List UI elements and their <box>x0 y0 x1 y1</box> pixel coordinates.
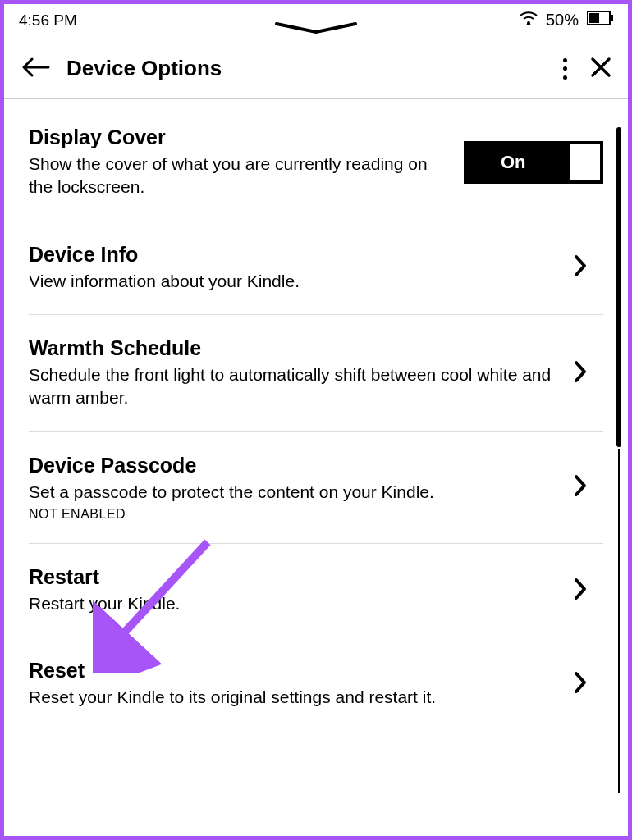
toggle-label: On <box>501 152 526 173</box>
display-cover-toggle[interactable]: On <box>464 141 603 184</box>
chevron-right-icon <box>574 254 603 281</box>
drag-handle-icon[interactable] <box>275 19 357 38</box>
scrollbar-track[interactable] <box>618 449 620 793</box>
setting-title: Device Passcode <box>29 454 561 477</box>
toggle-knob <box>570 144 600 180</box>
setting-title: Reset <box>29 659 561 682</box>
battery-percent: 50% <box>546 11 579 30</box>
setting-device-passcode[interactable]: Device Passcode Set a passcode to protec… <box>29 432 603 544</box>
setting-warmth-schedule[interactable]: Warmth Schedule Schedule the front light… <box>29 315 603 432</box>
chevron-right-icon <box>574 474 603 500</box>
setting-desc: Set a passcode to protect the content on… <box>29 481 561 504</box>
status-time: 4:56 PM <box>19 11 77 30</box>
page-title: Device Options <box>66 56 546 81</box>
setting-title: Display Cover <box>29 126 451 149</box>
wifi-icon <box>520 11 538 30</box>
battery-icon <box>587 11 613 30</box>
setting-title: Device Info <box>29 243 561 267</box>
status-bar: 4:56 PM 50% <box>4 4 628 33</box>
setting-restart[interactable]: Restart Restart your Kindle. <box>29 544 603 637</box>
svg-rect-3 <box>611 15 613 21</box>
svg-rect-2 <box>589 13 599 23</box>
setting-reset[interactable]: Reset Reset your Kindle to its original … <box>29 637 603 730</box>
page-header: Device Options <box>4 33 628 98</box>
setting-title: Restart <box>29 565 561 589</box>
setting-desc: Show the cover of what you are currently… <box>29 153 451 199</box>
setting-desc: Reset your Kindle to its original settin… <box>29 686 561 709</box>
setting-desc: Restart your Kindle. <box>29 592 561 615</box>
settings-list: Display Cover Show the cover of what you… <box>4 99 628 731</box>
setting-display-cover[interactable]: Display Cover Show the cover of what you… <box>29 99 603 221</box>
setting-status: NOT ENABLED <box>29 507 561 522</box>
svg-point-0 <box>527 21 530 25</box>
more-options-icon[interactable] <box>562 58 567 80</box>
chevron-right-icon <box>574 360 603 386</box>
chevron-right-icon <box>574 671 603 697</box>
setting-device-info[interactable]: Device Info View information about your … <box>29 221 603 315</box>
scrollbar-thumb[interactable] <box>616 127 621 447</box>
setting-desc: View information about your Kindle. <box>29 270 561 293</box>
setting-title: Warmth Schedule <box>29 336 561 360</box>
chevron-right-icon <box>574 578 603 604</box>
back-arrow-icon[interactable] <box>21 57 50 80</box>
close-icon[interactable] <box>590 57 611 81</box>
setting-desc: Schedule the front light to automaticall… <box>29 363 561 410</box>
